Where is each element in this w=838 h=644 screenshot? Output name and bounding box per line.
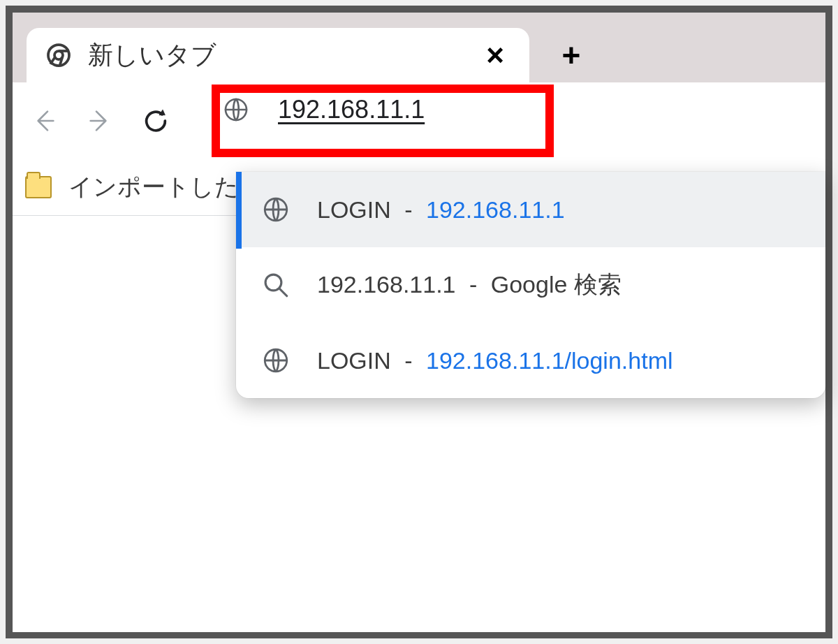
separator: - bbox=[398, 196, 419, 223]
globe-icon bbox=[222, 96, 250, 124]
tab-title: 新しいタブ bbox=[88, 38, 480, 73]
browser-tab[interactable]: 新しいタブ × bbox=[27, 28, 529, 82]
omnibox-suggestions: LOGIN - 192.168.11.1192.168.11.1 - Googl… bbox=[236, 172, 825, 398]
globe-icon bbox=[261, 195, 291, 224]
suggestion-url: 192.168.11.1 bbox=[426, 196, 565, 223]
svg-line-8 bbox=[279, 288, 287, 296]
globe-icon bbox=[261, 346, 291, 375]
tab-strip: 新しいタブ × + bbox=[13, 13, 825, 82]
browser-window: 新しいタブ × + 192.168.11.1 インポートした bbox=[6, 6, 832, 638]
address-bar[interactable]: 192.168.11.1 bbox=[222, 95, 425, 124]
suggestion-row[interactable]: LOGIN - 192.168.11.1/login.html bbox=[236, 323, 825, 398]
address-bar-text[interactable]: 192.168.11.1 bbox=[278, 95, 425, 124]
suggestion-label: LOGIN - 192.168.11.1/login.html bbox=[317, 347, 673, 374]
suggestion-label: LOGIN - 192.168.11.1 bbox=[317, 196, 565, 224]
suggestion-title: LOGIN bbox=[317, 196, 391, 223]
forward-button[interactable] bbox=[82, 103, 117, 138]
suggestion-url: Google 検索 bbox=[491, 271, 622, 298]
back-button[interactable] bbox=[27, 103, 61, 138]
close-tab-button[interactable]: × bbox=[480, 40, 510, 71]
refresh-icon bbox=[142, 107, 170, 135]
separator: - bbox=[463, 271, 484, 298]
suggestion-url: 192.168.11.1/login.html bbox=[426, 347, 672, 374]
new-tab-button[interactable]: + bbox=[550, 28, 592, 82]
bookmark-folder-imported[interactable]: インポートした bbox=[68, 171, 239, 203]
reload-button[interactable] bbox=[138, 103, 173, 138]
suggestion-row[interactable]: LOGIN - 192.168.11.1 bbox=[236, 172, 825, 247]
toolbar: 192.168.11.1 bbox=[13, 82, 825, 159]
arrow-right-icon bbox=[86, 107, 114, 135]
arrow-left-icon bbox=[30, 107, 58, 135]
folder-icon bbox=[25, 176, 52, 198]
suggestion-title: LOGIN bbox=[317, 347, 391, 374]
chrome-icon bbox=[46, 43, 71, 68]
suggestion-title: 192.168.11.1 bbox=[317, 271, 456, 298]
search-icon bbox=[261, 270, 291, 300]
separator: - bbox=[398, 347, 419, 374]
suggestion-label: 192.168.11.1 - Google 検索 bbox=[317, 269, 622, 301]
suggestion-row[interactable]: 192.168.11.1 - Google 検索 bbox=[236, 247, 825, 323]
